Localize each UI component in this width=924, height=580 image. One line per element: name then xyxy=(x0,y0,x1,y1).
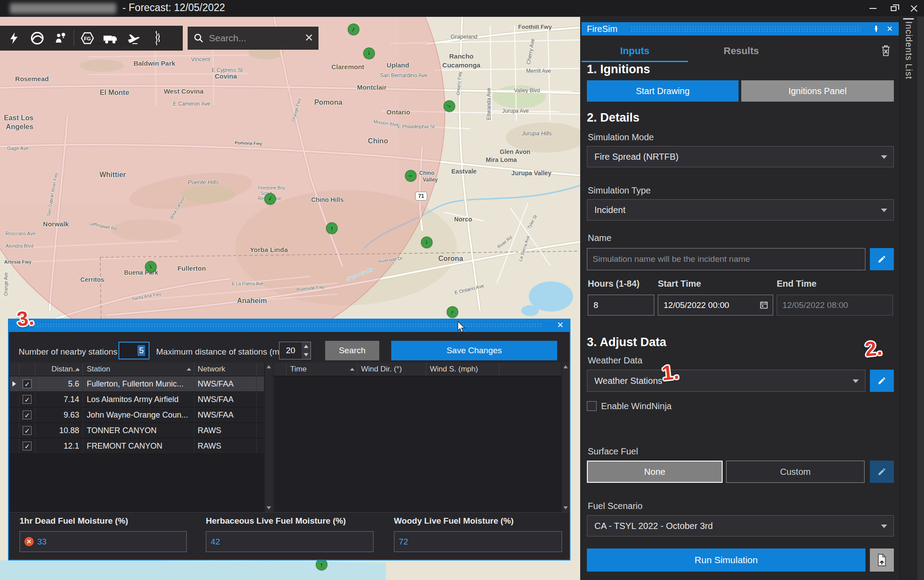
chevron-down-icon xyxy=(853,379,859,383)
firesim-titlebar[interactable]: FireSim × xyxy=(582,22,899,36)
window-scrollbar[interactable] xyxy=(917,17,924,580)
column-wind-speed[interactable]: Wind S. (mph) xyxy=(426,363,499,376)
map-label: Anaheim xyxy=(237,297,267,304)
weather-data-select[interactable]: Weather Stations xyxy=(587,370,865,392)
ignitions-panel-button[interactable]: Ignitions Panel xyxy=(741,80,894,102)
calendar-icon[interactable] xyxy=(759,300,768,312)
station-checkbox[interactable] xyxy=(23,410,31,419)
max-distance-stepper[interactable]: 20 xyxy=(279,342,311,359)
pin-icon[interactable] xyxy=(873,25,879,34)
map-label: E Philadelphia St xyxy=(397,124,435,129)
simulation-type-select[interactable]: Incident xyxy=(587,199,894,221)
edit-weather-data-button[interactable] xyxy=(870,370,894,392)
station-checkbox[interactable] xyxy=(23,379,31,388)
plane-icon[interactable] xyxy=(122,28,145,49)
station-marker[interactable]: ↑ xyxy=(264,193,276,205)
run-simulation-button[interactable]: Run Simulation xyxy=(587,548,865,572)
start-time-input[interactable]: 12/05/2022 00:00 xyxy=(658,295,773,316)
globe-swirl-icon[interactable] xyxy=(26,28,49,49)
search-stations-button[interactable]: Search xyxy=(325,341,379,360)
tab-inputs[interactable]: Inputs xyxy=(582,41,688,61)
column-time[interactable]: Time xyxy=(287,363,358,376)
column-wind-dir[interactable]: Wind Dir. (°) xyxy=(358,363,426,376)
nearby-stations-input[interactable]: 5 xyxy=(118,342,149,359)
end-time-input: 12/05/2022 08:00 xyxy=(777,295,893,316)
station-marker[interactable]: ↑ xyxy=(405,170,417,181)
simulation-mode-select[interactable]: Fire Spread (NRTFB) xyxy=(587,146,894,167)
station-row[interactable]: 5.6Fullerton, Fullerton Munic...NWS/FAA xyxy=(10,376,264,392)
map-label: Rancho xyxy=(449,53,473,59)
hours-label: Hours (1-84) xyxy=(588,279,640,289)
dialog-titlebar[interactable]: × xyxy=(9,320,570,332)
person-pin-icon[interactable] xyxy=(49,28,72,49)
station-marker[interactable]: ↑ xyxy=(444,100,455,112)
column-network[interactable]: Network xyxy=(194,363,257,376)
stations-scrollbar[interactable] xyxy=(264,363,273,512)
dialog-close-icon[interactable]: × xyxy=(557,319,563,331)
name-label: Name xyxy=(588,233,611,243)
map-label: Ontario xyxy=(386,109,410,115)
map-label: West Covina xyxy=(164,88,204,95)
save-changes-button[interactable]: Save Changes xyxy=(391,341,557,360)
station-rows: 5.6Fullerton, Fullerton Munic...NWS/FAA7… xyxy=(10,376,264,512)
start-drawing-button[interactable]: Start Drawing xyxy=(587,80,739,102)
station-checkbox[interactable] xyxy=(23,395,31,404)
surface-fuel-custom-button[interactable]: Custom xyxy=(726,461,865,483)
map-label: E Cypress St xyxy=(212,67,243,73)
delete-simulation-button[interactable] xyxy=(879,43,893,59)
readings-scrollbar[interactable] xyxy=(561,363,570,512)
truck-icon[interactable] xyxy=(99,28,122,49)
wind-arrow-icon: ↑ xyxy=(446,103,453,109)
station-marker[interactable]: ↑ xyxy=(363,47,375,59)
tab-results[interactable]: Results xyxy=(688,41,794,61)
details-heading: 2. Details xyxy=(587,111,640,125)
station-marker[interactable]: ↑ xyxy=(348,24,359,35)
fg-hexagon-icon[interactable]: FG xyxy=(76,28,99,49)
station-checkbox[interactable] xyxy=(23,426,31,435)
moisture-input[interactable]: 42 xyxy=(206,531,374,552)
stepper-up-icon[interactable] xyxy=(302,342,311,351)
moisture-input[interactable]: ✕33 xyxy=(20,531,187,552)
nearby-stations-label: Number of nearby stations xyxy=(19,343,118,361)
edit-name-button[interactable] xyxy=(870,248,894,270)
station-marker[interactable]: ↑ xyxy=(421,237,433,248)
column-distance[interactable]: Distan... xyxy=(35,363,83,376)
close-button[interactable] xyxy=(904,0,924,17)
edit-surface-fuel-button[interactable] xyxy=(870,461,894,483)
moisture-label: Woody Live Fuel Moisture (%) xyxy=(394,516,514,526)
station-row[interactable]: 10.88TONNER CANYONRAWS xyxy=(10,423,264,438)
error-icon: ✕ xyxy=(24,537,34,546)
search-clear-icon[interactable]: × xyxy=(305,30,313,44)
station-row[interactable]: 9.63John Wayne-Orange Coun...NWS/FAA xyxy=(10,407,264,423)
stepper-down-icon[interactable] xyxy=(302,351,311,359)
station-row[interactable]: 7.14Los Alamitos Army AirfieldNWS/FAA xyxy=(10,392,264,407)
moisture-input[interactable]: 72 xyxy=(394,531,562,552)
hours-input[interactable]: 8 xyxy=(588,295,654,316)
stations-table: Distan... Station Network 5.6Fullerton, … xyxy=(10,363,264,512)
panel-close-icon[interactable]: × xyxy=(887,22,893,36)
fuel-scenario-select[interactable]: CA - TSYL 2022 - October 3rd xyxy=(587,515,894,537)
restore-button[interactable] xyxy=(883,0,904,17)
search-input[interactable]: Search... xyxy=(209,33,305,43)
weather-data-label: Weather Data xyxy=(588,355,642,366)
smoke-icon[interactable] xyxy=(145,28,168,49)
station-marker[interactable]: ↑ xyxy=(326,222,338,234)
station-row[interactable]: 12.1FREMONT CANYONRAWS xyxy=(10,438,264,454)
windninja-checkbox[interactable] xyxy=(587,401,597,411)
column-station[interactable]: Station xyxy=(83,363,194,376)
minimize-button[interactable] xyxy=(863,0,883,17)
readings-table-header: Time Wind Dir. (°) Wind S. (mph) xyxy=(274,363,562,376)
map-label: Alondra Blvd xyxy=(6,244,33,249)
incidents-list-strip[interactable]: Incidents List xyxy=(900,17,924,580)
weather-stations-dialog: × Number of nearby stations 5 Maximum di… xyxy=(8,319,570,560)
wind-arrow-icon: ↑ xyxy=(449,308,455,316)
incidents-list-tab[interactable]: Incidents List xyxy=(904,21,914,79)
lightning-icon[interactable] xyxy=(3,28,26,49)
name-input[interactable]: Simulation name will be the incident nam… xyxy=(587,248,865,270)
export-simulation-button[interactable] xyxy=(870,548,894,572)
station-marker[interactable]: ↑ xyxy=(145,261,157,272)
station-checkbox[interactable] xyxy=(23,442,31,450)
station-marker[interactable]: ↑ xyxy=(447,306,458,318)
surface-fuel-none-button[interactable]: None xyxy=(587,461,723,483)
moisture-value: 72 xyxy=(399,537,408,547)
